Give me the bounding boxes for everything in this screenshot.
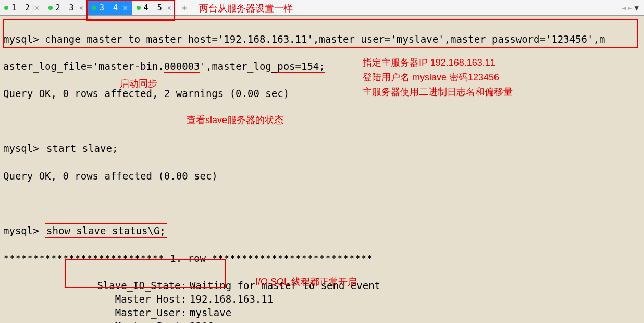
status-row: Master_Host:192.168.163.11 (3, 292, 641, 306)
result-line: Query OK, 0 rows affected, 2 warnings (0… (3, 87, 641, 100)
status-dot-icon (4, 6, 8, 10)
tab-3[interactable]: 3 4 × (88, 0, 132, 15)
close-icon[interactable]: × (79, 4, 83, 12)
cmd-change-master-2e: pos=154; (277, 61, 325, 73)
tab-4[interactable]: 4 5 × (132, 0, 177, 15)
tab-label: 3 4 (100, 3, 120, 13)
result-line: Query OK, 0 rows affected (0.00 sec) (3, 169, 641, 183)
status-row: Master_User:myslave (3, 306, 641, 319)
status-value: 192.168.163.11 (190, 292, 641, 306)
nav-down-icon[interactable]: ▼ (635, 4, 639, 12)
status-dot-icon (137, 6, 141, 10)
nav-left-icon[interactable]: ◄ (622, 4, 626, 12)
close-icon[interactable]: × (35, 4, 39, 12)
tab-2[interactable]: 2 3 × (44, 0, 89, 15)
tab-label: 2 3 (56, 3, 76, 13)
slave-status-table: Slave_IO_State:Waiting for master to sen… (3, 279, 641, 323)
status-dot-icon (92, 6, 96, 10)
new-tab-button[interactable]: + (176, 0, 192, 15)
close-icon[interactable]: × (167, 4, 171, 12)
status-row: Master_Port:3306 (3, 319, 641, 323)
status-value: 3306 (190, 319, 641, 323)
status-dot-icon (48, 6, 53, 10)
cmd-change-master-2a: aster_log_file='master-bin. (3, 61, 164, 72)
tab-nav-arrows: ◄ ► ▼ (622, 0, 644, 15)
status-value: Waiting for master to send event (190, 279, 641, 292)
status-key: Slave_IO_State: (3, 279, 190, 292)
prompt: mysql> (3, 33, 39, 45)
cmd-show-slave: show slave status\G; (45, 223, 167, 238)
tab-bar: 1 2 × 2 3 × 3 4 × 4 5 × + ◄ ► ▼ (0, 0, 644, 16)
close-icon[interactable]: × (123, 4, 127, 12)
status-row: Slave_IO_State:Waiting for master to sen… (3, 279, 641, 292)
status-value: myslave (190, 306, 641, 319)
prompt: mysql> (3, 225, 39, 236)
row-header: *************************** 1. row *****… (3, 252, 641, 265)
cmd-change-master-2d: _ (271, 61, 277, 73)
prompt: mysql> (3, 142, 39, 154)
cmd-change-master-2c: ',master_log (200, 61, 271, 72)
tab-label: 1 2 (11, 3, 32, 13)
tab-1[interactable]: 1 2 × (0, 0, 44, 15)
terminal-output[interactable]: mysql> change master to master_host='192… (0, 16, 644, 323)
cmd-change-master-2b: 000003 (164, 61, 200, 73)
status-key: Master_Port: (3, 319, 190, 323)
cmd-change-master-1: change master to master_host='192.168.16… (45, 33, 605, 45)
nav-right-icon[interactable]: ► (628, 4, 632, 12)
status-key: Master_User: (3, 306, 190, 319)
cmd-start-slave: start slave; (45, 141, 119, 155)
status-key: Master_Host: (3, 292, 190, 306)
tab-label: 4 5 (144, 3, 164, 13)
